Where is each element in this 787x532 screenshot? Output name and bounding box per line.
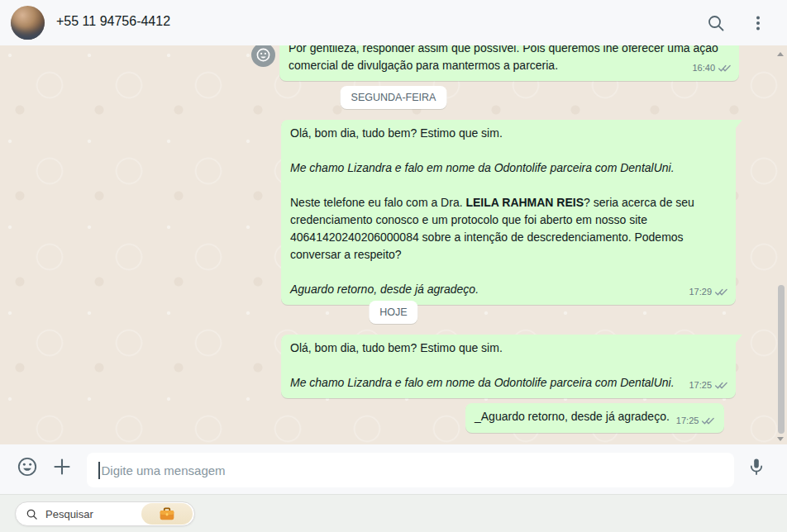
kebab-menu-icon[interactable] — [746, 12, 770, 35]
voice-message-mic-icon[interactable] — [744, 454, 769, 479]
message-time: 17:25 — [676, 412, 699, 430]
message-bubble-outgoing[interactable]: _Aguardo retorno, desde já agradeço.17:2… — [465, 403, 724, 433]
message-text-italic: Me chamo Lizandra e falo em nome da Odon… — [290, 159, 727, 177]
whatsapp-window: +55 11 94756-4412 Por gentileza, respond… — [0, 0, 787, 532]
message-time: 17:25 — [689, 377, 712, 394]
message-text: Olá, bom dia, tudo bem? Estimo que sim. — [290, 340, 727, 357]
message-composer-bar: Digite uma mensagem — [0, 444, 787, 494]
contact-phone-title[interactable]: +55 11 94756-4412 — [56, 14, 170, 29]
double-check-icon — [714, 287, 728, 297]
react-emoji-button[interactable] — [251, 45, 275, 67]
attach-plus-icon[interactable] — [50, 454, 74, 479]
message-meta: 16:40 — [692, 59, 732, 77]
message-meta: 17:25 — [676, 412, 716, 430]
search-icon — [26, 508, 38, 520]
taskbar-search-placeholder: Pesquisar — [45, 508, 93, 520]
taskbar-search-box[interactable]: Pesquisar — [15, 501, 195, 526]
text-caret — [98, 462, 100, 479]
search-icon[interactable] — [704, 12, 727, 35]
date-separator-monday: SEGUNDA-FEIRA — [341, 86, 447, 109]
message-text-italic: Aguardo retorno, desde já agradeço. — [290, 281, 727, 298]
message-meta: 17:29 — [689, 283, 728, 301]
double-check-icon — [714, 381, 728, 390]
contact-avatar[interactable] — [11, 6, 45, 40]
message-input[interactable]: Digite uma mensagem — [87, 453, 734, 487]
windows-taskbar: Pesquisar T ✂++ — [0, 494, 787, 532]
scrollbar-up-arrow[interactable] — [777, 52, 784, 56]
message-text-italic: Me chamo Lizandra e falo em nome da Odon… — [290, 374, 727, 392]
chat-scrollbar[interactable] — [775, 45, 787, 444]
message-time: 17:29 — [689, 283, 712, 301]
message-meta: 17:25 — [689, 377, 728, 394]
date-separator-today: HOJE — [369, 301, 417, 324]
double-check-icon — [701, 416, 715, 425]
message-text: Por gentileza, responder assim que possí… — [289, 45, 718, 72]
double-check-icon — [718, 64, 732, 73]
message-time: 16:40 — [692, 59, 715, 77]
message-input-placeholder: Digite uma mensagem — [102, 463, 226, 477]
message-text: Neste telefone eu falo com a Dra. LEILA … — [290, 194, 727, 264]
chat-message-area: Por gentileza, responder assim que possí… — [0, 45, 787, 444]
scrollbar-down-arrow[interactable] — [777, 437, 784, 441]
search-highlight-briefcase-icon[interactable] — [141, 503, 193, 525]
emoji-picker-icon[interactable] — [15, 454, 40, 479]
message-bubble-outgoing[interactable]: Olá, bom dia, tudo bem? Estimo que sim. … — [281, 120, 736, 305]
message-text-bold: LEILA RAHMAN REIS — [465, 196, 584, 209]
message-text: _Aguardo retorno, desde já agradeço. — [475, 410, 670, 423]
message-bubble-outgoing[interactable]: Olá, bom dia, tudo bem? Estimo que sim. … — [281, 335, 736, 398]
message-text: Olá, bom dia, tudo bem? Estimo que sim. — [290, 125, 727, 142]
message-bubble-outgoing[interactable]: Por gentileza, responder assim que possí… — [279, 45, 739, 81]
chat-header[interactable]: +55 11 94756-4412 — [0, 0, 787, 45]
scrollbar-thumb[interactable] — [778, 285, 785, 434]
